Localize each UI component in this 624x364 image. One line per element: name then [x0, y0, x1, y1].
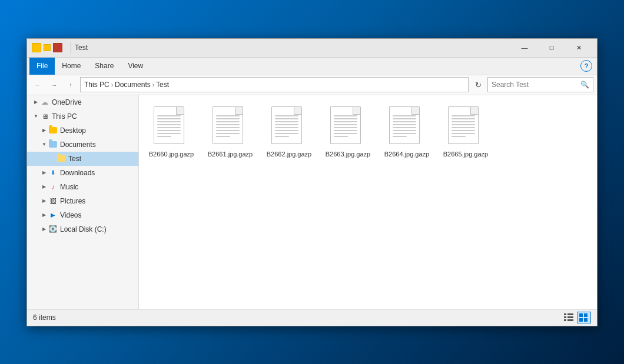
file-name-label: B2661.jpg.gazp — [208, 150, 253, 158]
videos-arrow — [40, 212, 48, 218]
search-icon[interactable]: 🔍 — [580, 81, 589, 89]
documents-icon — [48, 140, 58, 149]
svg-rect-8 — [579, 318, 583, 322]
refresh-button[interactable]: ↻ — [471, 78, 485, 92]
onedrive-icon — [40, 98, 49, 107]
status-count: 6 items — [33, 313, 562, 322]
window-title: Test — [75, 44, 511, 52]
documents-label: Documents — [60, 141, 96, 149]
documents-arrow — [40, 142, 48, 147]
localdisk-label: Local Disk (C:) — [60, 225, 107, 233]
list-view-button[interactable] — [562, 312, 576, 323]
svg-rect-3 — [567, 316, 573, 318]
localdisk-arrow — [40, 226, 48, 232]
file-item[interactable]: B2660.jpg.gazp — [145, 101, 198, 163]
file-page-icon — [389, 106, 420, 144]
menu-view[interactable]: View — [121, 58, 150, 75]
status-bar: 6 items — [27, 309, 597, 326]
file-item[interactable]: B2661.jpg.gazp — [204, 101, 257, 163]
file-lines — [275, 115, 298, 139]
sidebar-item-pictures[interactable]: 🖼 Pictures — [27, 194, 138, 208]
menu-file[interactable]: File — [29, 58, 55, 75]
file-icon — [448, 106, 483, 148]
menu-share[interactable]: Share — [88, 58, 121, 75]
sidebar-item-onedrive[interactable]: OneDrive — [27, 95, 138, 109]
file-icon — [271, 106, 307, 148]
minimize-button[interactable]: — — [511, 38, 538, 57]
sidebar-item-downloads[interactable]: Downloads — [27, 166, 138, 180]
videos-icon — [48, 211, 58, 220]
desktop-label: Desktop — [60, 126, 86, 135]
sidebar-item-documents[interactable]: Documents — [27, 138, 138, 152]
file-page-icon — [154, 106, 184, 144]
svg-rect-6 — [579, 313, 583, 317]
sidebar-item-test[interactable]: Test — [27, 152, 138, 166]
sidebar-item-music[interactable]: Music — [27, 180, 138, 194]
icon-view-button[interactable] — [577, 312, 591, 323]
file-icon — [154, 106, 189, 148]
file-lines — [452, 115, 475, 139]
file-icon — [389, 106, 424, 148]
up-button[interactable]: ↑ — [64, 78, 78, 92]
title-bar-icons — [32, 43, 62, 52]
address-path[interactable]: This PC › Documents › Test — [80, 77, 469, 92]
main-area: OneDrive 🖥 This PC Desktop — [27, 95, 597, 309]
path-documents: Documents — [115, 81, 151, 89]
path-test: Test — [156, 81, 169, 89]
help-button[interactable]: ? — [580, 60, 592, 72]
sidebar-item-localdisk[interactable]: 💽 Local Disk (C:) — [27, 222, 138, 236]
forward-button[interactable]: → — [47, 78, 61, 92]
downloads-label: Downloads — [60, 169, 95, 177]
close-button[interactable]: ✕ — [565, 38, 592, 57]
pictures-label: Pictures — [60, 197, 85, 205]
menu-bar: File Home Share View ? — [27, 58, 597, 75]
window-controls: — □ ✕ — [511, 38, 592, 57]
back-button[interactable]: ← — [31, 78, 45, 92]
file-name-label: B2665.jpg.gazp — [443, 150, 488, 158]
title-bar: Test — □ ✕ — [27, 39, 597, 58]
thispc-icon: 🖥 — [40, 112, 49, 121]
file-item[interactable]: B2665.jpg.gazp — [439, 101, 492, 163]
folder-icon-large — [32, 43, 41, 52]
file-icon — [213, 106, 248, 148]
search-input[interactable] — [492, 81, 580, 89]
downloads-icon — [48, 168, 58, 178]
test-icon — [57, 154, 66, 163]
onedrive-label: OneDrive — [52, 98, 82, 106]
path-thispc: This PC — [84, 81, 109, 89]
thispc-arrow — [32, 113, 40, 119]
desktop-arrow — [40, 128, 48, 133]
sidebar-item-thispc[interactable]: 🖥 This PC — [27, 109, 138, 123]
sidebar-item-videos[interactable]: Videos — [27, 208, 138, 222]
file-name-label: B2663.jpg.gazp — [326, 150, 370, 158]
svg-rect-0 — [564, 313, 566, 315]
folder-icon-small — [44, 44, 51, 51]
file-item[interactable]: B2663.jpg.gazp — [321, 101, 374, 163]
svg-rect-5 — [567, 319, 573, 321]
svg-rect-1 — [567, 313, 573, 315]
address-bar: ← → ↑ This PC › Documents › Test ↻ 🔍 — [27, 75, 597, 95]
file-item[interactable]: B2662.jpg.gazp — [263, 101, 316, 163]
svg-rect-9 — [584, 318, 588, 322]
videos-label: Videos — [60, 211, 81, 219]
svg-rect-4 — [564, 319, 566, 321]
file-page-icon — [330, 106, 361, 144]
file-icon — [330, 106, 366, 148]
menu-home[interactable]: Home — [55, 58, 88, 75]
svg-rect-2 — [564, 316, 566, 318]
path-arrow-1: › — [111, 82, 113, 88]
music-icon — [48, 182, 58, 192]
file-item[interactable]: B2664.jpg.gazp — [380, 101, 433, 163]
path-arrow-2: › — [152, 82, 154, 88]
file-name-label: B2664.jpg.gazp — [384, 150, 429, 158]
maximize-button[interactable]: □ — [538, 38, 565, 57]
music-label: Music — [60, 183, 78, 191]
file-lines — [334, 115, 357, 139]
search-box[interactable]: 🔍 — [487, 77, 593, 92]
file-page-icon — [448, 106, 479, 144]
view-buttons — [562, 312, 591, 323]
sidebar-item-desktop[interactable]: Desktop — [27, 123, 138, 138]
file-page-icon — [271, 106, 302, 144]
file-explorer-window: Test — □ ✕ File Home Share View ? ← → ↑ … — [26, 38, 598, 326]
test-label: Test — [68, 155, 81, 163]
